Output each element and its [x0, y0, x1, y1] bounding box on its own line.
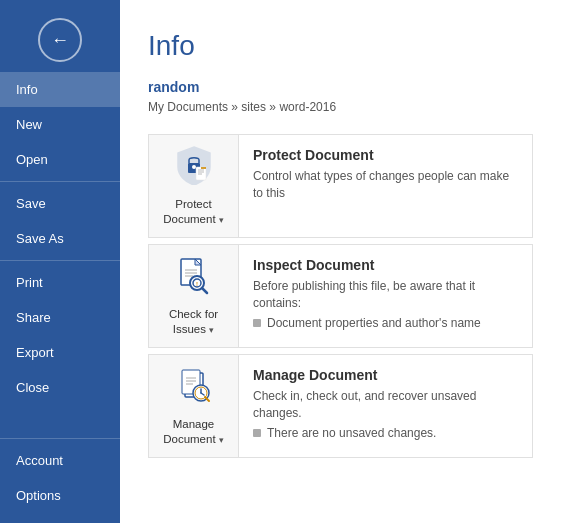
- svg-text:!: !: [196, 281, 198, 287]
- inspect-icon-label: Check forIssues ▾: [169, 307, 218, 337]
- svg-point-1: [192, 165, 196, 169]
- protect-card-text: Protect Document Control what types of c…: [239, 135, 532, 214]
- inspect-card-title: Inspect Document: [253, 257, 518, 273]
- inspect-card-desc: Before publishing this file, be aware th…: [253, 278, 518, 312]
- breadcrumb: My Documents » sites » word-2016: [148, 100, 533, 114]
- inspect-card-text: Inspect Document Before publishing this …: [239, 245, 532, 343]
- sidebar-item-saveas[interactable]: Save As: [0, 221, 120, 256]
- manage-icon: [175, 365, 213, 413]
- page-title: Info: [148, 30, 533, 62]
- sidebar-item-new[interactable]: New: [0, 107, 120, 142]
- inspect-document-card: ! Check forIssues ▾ Inspect Document Bef…: [148, 244, 533, 348]
- protect-document-card: Protect Document ▾ Protect Document Cont…: [148, 134, 533, 238]
- sidebar-item-open[interactable]: Open: [0, 142, 120, 177]
- back-button[interactable]: ←: [38, 18, 82, 62]
- sidebar-item-info[interactable]: Info: [0, 72, 120, 107]
- sidebar-item-export[interactable]: Export: [0, 335, 120, 370]
- detail-bullet: [253, 319, 261, 327]
- sidebar-item-share[interactable]: Share: [0, 300, 120, 335]
- inspect-card-detail: Document properties and author's name: [253, 316, 518, 330]
- manage-document-card: ManageDocument ▾ Manage Document Check i…: [148, 354, 533, 458]
- sidebar-item-account[interactable]: Account: [0, 443, 120, 478]
- protect-card-desc: Control what types of changes people can…: [253, 168, 518, 202]
- protect-icon-label: Protect Document ▾: [155, 197, 232, 227]
- svg-marker-3: [201, 167, 206, 169]
- check-issues-button[interactable]: ! Check forIssues ▾: [149, 245, 239, 347]
- manage-document-button[interactable]: ManageDocument ▾: [149, 355, 239, 457]
- sidebar: ← Info New Open Save Save As Print Share…: [0, 0, 120, 523]
- folder-name: random: [148, 79, 199, 95]
- sidebar-item-save[interactable]: Save: [0, 186, 120, 221]
- sidebar-nav: Info New Open Save Save As Print Share E…: [0, 72, 120, 523]
- sidebar-item-close[interactable]: Close: [0, 370, 120, 405]
- main-content: Info random My Documents » sites » word-…: [120, 0, 561, 523]
- manage-icon-label: ManageDocument ▾: [163, 417, 224, 447]
- protect-document-button[interactable]: Protect Document ▾: [149, 135, 239, 237]
- manage-card-desc: Check in, check out, and recover unsaved…: [253, 388, 518, 422]
- manage-card-text: Manage Document Check in, check out, and…: [239, 355, 532, 453]
- manage-card-title: Manage Document: [253, 367, 518, 383]
- sidebar-item-options[interactable]: Options: [0, 478, 120, 513]
- protect-icon: [175, 145, 213, 193]
- sidebar-item-print[interactable]: Print: [0, 265, 120, 300]
- sidebar-bottom: Account Options: [0, 434, 120, 523]
- inspect-icon: !: [175, 255, 213, 303]
- protect-card-title: Protect Document: [253, 147, 518, 163]
- manage-card-detail: There are no unsaved changes.: [253, 426, 518, 440]
- svg-line-10: [202, 288, 207, 293]
- detail-bullet-2: [253, 429, 261, 437]
